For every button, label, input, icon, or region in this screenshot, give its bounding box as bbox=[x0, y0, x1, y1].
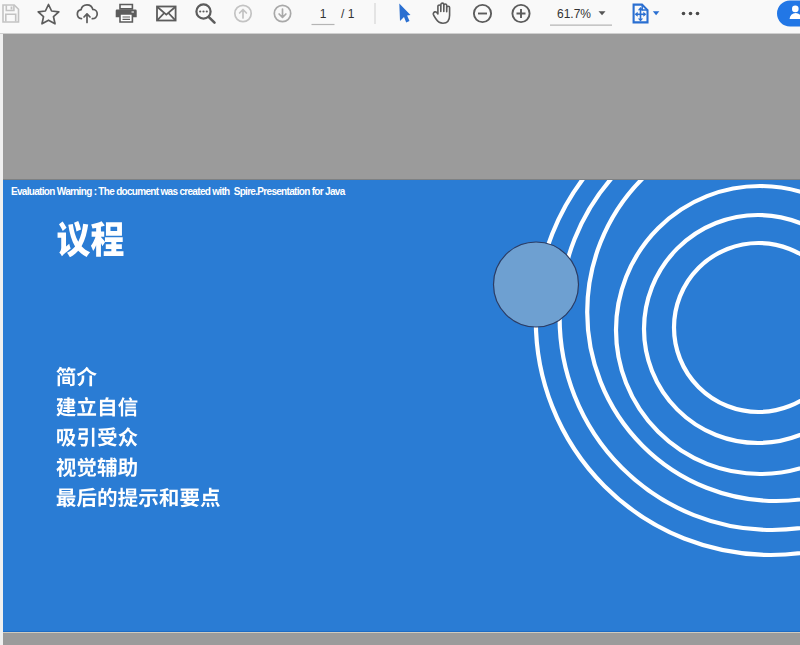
svg-text:/ 1: / 1 bbox=[341, 7, 355, 21]
svg-text:1: 1 bbox=[320, 7, 327, 21]
svg-text:Evaluation Warning : The docum: Evaluation Warning : The document was cr… bbox=[11, 186, 346, 197]
svg-text:61.7%: 61.7% bbox=[557, 7, 591, 21]
